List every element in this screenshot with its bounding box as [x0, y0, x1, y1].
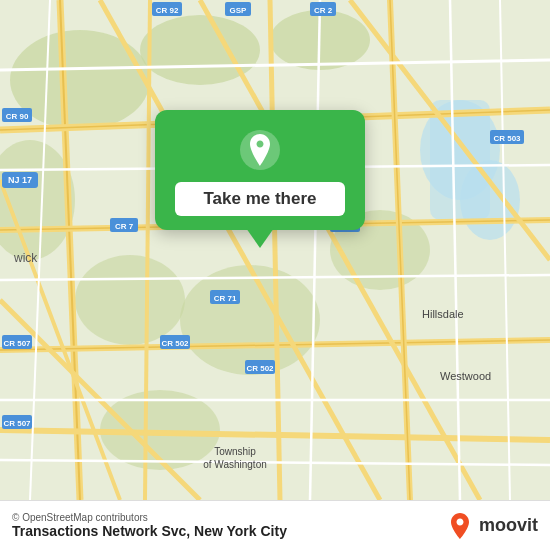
svg-text:CR 507: CR 507 [3, 419, 31, 428]
map-background: NJ 17 CR 2 GSP CR 92 CR 90 CR 503 CR 7 C… [0, 0, 550, 500]
svg-text:wick: wick [13, 251, 38, 265]
svg-text:CR 502: CR 502 [246, 364, 274, 373]
svg-text:CR 507: CR 507 [3, 339, 31, 348]
map-attribution: © OpenStreetMap contributors [12, 512, 287, 523]
bottom-bar: © OpenStreetMap contributors Transaction… [0, 500, 550, 550]
svg-text:NJ 17: NJ 17 [8, 175, 32, 185]
svg-text:Township: Township [214, 446, 256, 457]
svg-text:CR 71: CR 71 [214, 294, 237, 303]
location-pin-icon [238, 128, 282, 172]
moovit-label: moovit [479, 515, 538, 536]
svg-text:CR 90: CR 90 [6, 112, 29, 121]
popup-card: Take me there [155, 110, 365, 230]
svg-text:of Washington: of Washington [203, 459, 267, 470]
svg-text:CR 503: CR 503 [493, 134, 521, 143]
svg-text:Hillsdale: Hillsdale [422, 308, 464, 320]
svg-point-5 [75, 255, 185, 345]
location-name: Transactions Network Svc, New York City [12, 523, 287, 539]
take-me-there-button[interactable]: Take me there [175, 182, 345, 216]
map-container: NJ 17 CR 2 GSP CR 92 CR 90 CR 503 CR 7 C… [0, 0, 550, 550]
svg-text:Westwood: Westwood [440, 370, 491, 382]
svg-text:CR 7: CR 7 [115, 222, 134, 231]
moovit-icon [445, 511, 475, 541]
svg-text:CR 92: CR 92 [156, 6, 179, 15]
moovit-logo: moovit [445, 511, 538, 541]
svg-text:GSP: GSP [230, 6, 248, 15]
svg-text:CR 2: CR 2 [314, 6, 333, 15]
svg-text:CR 502: CR 502 [161, 339, 189, 348]
